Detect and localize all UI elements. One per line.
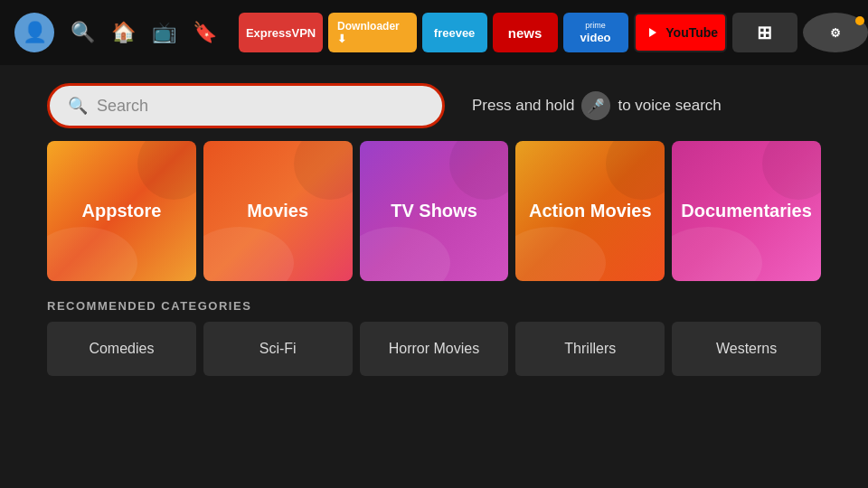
news-button[interactable]: news — [493, 13, 558, 52]
appstore-label: Appstore — [82, 201, 162, 221]
youtube-label: YouTube — [665, 25, 718, 40]
appstore-card[interactable]: Appstore — [47, 141, 196, 281]
settings-notification-dot — [855, 16, 864, 25]
top-nav: 👤 🔍 🏠 📺 🔖 ExpressVPN Downloader ⬇ freeve… — [0, 0, 868, 65]
comedies-label: Comedies — [89, 341, 154, 357]
avatar[interactable]: 👤 — [14, 13, 54, 52]
expressvpn-button[interactable]: ExpressVPN — [239, 13, 323, 52]
home-icon[interactable]: 🏠 — [111, 21, 136, 44]
nav-apps: ExpressVPN Downloader ⬇ freevee news pri… — [239, 13, 868, 52]
microphone-icon: 🎤 — [581, 91, 610, 120]
settings-button[interactable]: ⚙ — [803, 13, 868, 52]
grid-button[interactable]: ⊞ — [732, 13, 797, 52]
documentaries-label: Documentaries — [681, 201, 812, 221]
thrillers-label: Thrillers — [564, 341, 616, 357]
documentaries-card[interactable]: Documentaries — [672, 141, 821, 281]
search-nav-icon[interactable]: 🔍 — [71, 21, 95, 44]
voice-hint-prefix: Press and hold — [472, 97, 574, 115]
prime-video-label: video — [580, 31, 611, 45]
category-cards-row: Appstore Movies TV Shows Action Movies D… — [47, 141, 821, 281]
search-icon: 🔍 — [68, 96, 88, 116]
search-bar[interactable]: 🔍 Search — [47, 83, 445, 128]
youtube-play-icon — [642, 25, 662, 40]
freevee-label: freevee — [434, 26, 476, 40]
westerns-label: Westerns — [716, 341, 777, 357]
nav-left: 👤 🔍 🏠 📺 🔖 — [14, 13, 217, 52]
thrillers-rec[interactable]: Thrillers — [515, 322, 665, 376]
youtube-button[interactable]: YouTube — [634, 13, 727, 52]
settings-icon: ⚙ — [830, 26, 841, 40]
scifi-label: Sci-Fi — [259, 341, 297, 357]
prime-video-button[interactable]: prime video — [563, 13, 628, 52]
recommended-section: RECOMMENDED CATEGORIES Comedies Sci-Fi H… — [0, 299, 868, 376]
bookmark-icon[interactable]: 🔖 — [193, 21, 217, 44]
tvshows-card[interactable]: TV Shows — [360, 141, 509, 281]
youtube-logo: YouTube — [642, 25, 718, 40]
freevee-button[interactable]: freevee — [422, 13, 487, 52]
voice-hint-suffix: to voice search — [618, 97, 721, 115]
action-movies-label: Action Movies — [529, 201, 652, 221]
movies-label: Movies — [247, 201, 308, 221]
movies-card[interactable]: Movies — [203, 141, 353, 281]
scifi-rec[interactable]: Sci-Fi — [203, 322, 353, 376]
comedies-rec[interactable]: Comedies — [47, 322, 196, 376]
expressvpn-label: ExpressVPN — [246, 26, 316, 40]
voice-search-hint: Press and hold 🎤 to voice search — [472, 91, 722, 120]
recommended-row: Comedies Sci-Fi Horror Movies Thrillers … — [47, 322, 821, 376]
avatar-icon: 👤 — [23, 21, 47, 44]
tv-icon[interactable]: 📺 — [152, 21, 176, 44]
westerns-rec[interactable]: Westerns — [672, 322, 821, 376]
horror-movies-label: Horror Movies — [389, 341, 479, 357]
downloader-label: Downloader ⬇ — [337, 20, 408, 45]
prime-label: prime — [585, 21, 606, 31]
search-placeholder: Search — [97, 97, 148, 116]
recommended-title: RECOMMENDED CATEGORIES — [47, 299, 821, 313]
grid-icon: ⊞ — [757, 22, 772, 43]
downloader-button[interactable]: Downloader ⬇ — [328, 13, 417, 52]
horror-movies-rec[interactable]: Horror Movies — [360, 322, 509, 376]
action-movies-card[interactable]: Action Movies — [515, 141, 665, 281]
news-label: news — [508, 25, 542, 41]
tvshows-label: TV Shows — [391, 201, 477, 221]
category-cards-section: Appstore Movies TV Shows Action Movies D… — [0, 141, 868, 281]
search-section: 🔍 Search Press and hold 🎤 to voice searc… — [0, 65, 868, 141]
